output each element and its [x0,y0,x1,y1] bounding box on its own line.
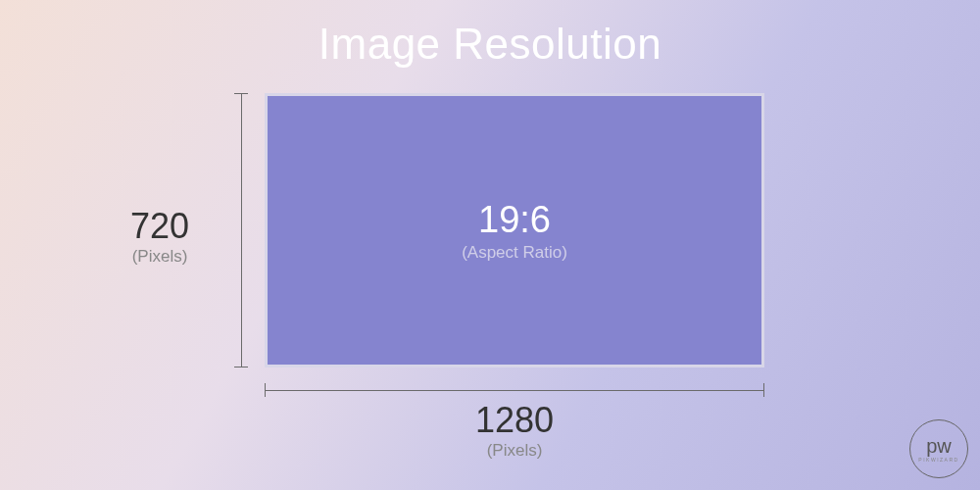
aspect-ratio-value: 19:6 [478,199,551,241]
watermark-text: pw [926,436,952,456]
width-dimension-line [265,390,764,391]
resolution-box: 19:6 (Aspect Ratio) [265,93,764,368]
height-unit: (Pixels) [96,247,223,267]
page-title: Image Resolution [318,20,662,69]
width-label: 1280 (Pixels) [265,400,764,461]
height-dimension-line [241,93,242,368]
watermark-logo: pw PIKWIZARD [909,419,968,478]
aspect-ratio-label: (Aspect Ratio) [462,243,567,263]
height-tick-bottom [234,367,248,368]
resolution-diagram: 19:6 (Aspect Ratio) [265,93,764,368]
width-unit: (Pixels) [265,441,764,461]
height-tick-top [234,93,248,94]
width-value: 1280 [265,400,764,441]
height-label: 720 (Pixels) [96,206,223,267]
width-tick-left [265,383,266,397]
watermark-subtext: PIKWIZARD [918,457,958,463]
height-value: 720 [96,206,223,247]
width-tick-right [763,383,764,397]
